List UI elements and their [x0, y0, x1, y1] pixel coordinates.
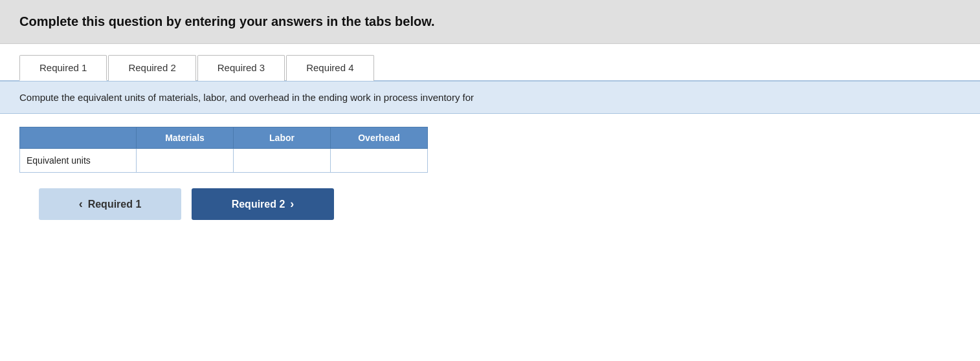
header-banner: Complete this question by entering your … — [0, 0, 980, 44]
prev-button-label: Required 1 — [88, 199, 142, 210]
labor-input-cell — [234, 149, 331, 173]
description-text: Compute the equivalent units of material… — [19, 92, 474, 103]
overhead-input[interactable] — [331, 149, 427, 172]
next-button[interactable]: Required 2 › — [192, 188, 334, 220]
col-header-empty — [20, 127, 137, 149]
instruction-text: Complete this question by entering your … — [19, 14, 961, 29]
content-area: Materials Labor Overhead Equivalent unit… — [0, 114, 980, 233]
materials-input-cell — [137, 149, 234, 173]
prev-chevron-icon: ‹ — [79, 197, 83, 211]
row-label: Equivalent units — [20, 149, 137, 173]
table-row: Equivalent units — [20, 149, 428, 173]
col-header-labor: Labor — [234, 127, 331, 149]
tab-required3[interactable]: Required 3 — [197, 55, 285, 81]
labor-input[interactable] — [234, 149, 330, 172]
next-chevron-icon: › — [290, 197, 294, 211]
equivalent-units-table: Materials Labor Overhead Equivalent unit… — [19, 127, 428, 173]
tab-required2[interactable]: Required 2 — [108, 55, 195, 81]
col-header-materials: Materials — [137, 127, 234, 149]
col-header-overhead: Overhead — [331, 127, 428, 149]
overhead-input-cell — [331, 149, 428, 173]
tabs-container: Required 1 Required 2 Required 3 Require… — [0, 44, 980, 82]
tab-required4[interactable]: Required 4 — [286, 55, 373, 81]
next-button-label: Required 2 — [232, 199, 285, 210]
page-wrapper: Complete this question by entering your … — [0, 0, 980, 361]
tab-required1[interactable]: Required 1 — [19, 55, 107, 81]
description-bar: Compute the equivalent units of material… — [0, 82, 980, 114]
prev-button[interactable]: ‹ Required 1 — [39, 188, 181, 220]
nav-buttons: ‹ Required 1 Required 2 › — [19, 188, 961, 220]
materials-input[interactable] — [137, 149, 233, 172]
